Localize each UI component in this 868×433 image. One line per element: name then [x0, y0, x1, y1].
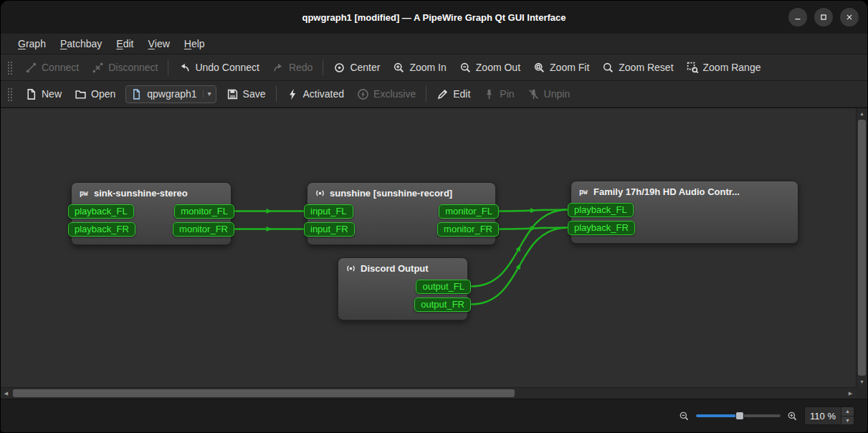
save-button[interactable]: Save	[220, 85, 272, 103]
zoom-range-button[interactable]: Zoom Range	[680, 59, 768, 77]
scroll-left-arrow-icon[interactable]: ◀	[1, 388, 11, 399]
patchbay-toolbar: NewOpenqpwgraph1▾SaveActivatedExclusiveE…	[1, 81, 867, 108]
horizontal-scrollbar-handle[interactable]	[13, 389, 515, 397]
toolbar-handle[interactable]	[7, 60, 13, 75]
port-sink-monitor_FL[interactable]: monitor_FL	[174, 204, 234, 219]
menu-patchbay[interactable]: Patchbay	[53, 34, 109, 54]
button-label: Center	[350, 62, 380, 73]
zoom-spinbox[interactable]: 110 % ▲ ▼	[804, 406, 854, 425]
button-label: Unpin	[544, 88, 571, 100]
zoom-reset-button[interactable]: Zoom Reset	[596, 59, 679, 77]
connection-wire[interactable]	[499, 210, 568, 211]
unpin-button[interactable]: Unpin	[521, 85, 577, 103]
edit-button[interactable]: Edit	[430, 85, 477, 103]
record-icon	[315, 188, 325, 199]
menu-view[interactable]: View	[140, 34, 176, 54]
button-label: Exclusive	[373, 88, 416, 100]
zoom-fit-button[interactable]: Zoom Fit	[527, 59, 596, 77]
connection-arrow-icon	[530, 208, 536, 213]
pin-button[interactable]: Pin	[477, 85, 520, 103]
node-header: pwFamily 17h/19h HD Audio Contr...	[571, 181, 798, 201]
redo-button[interactable]: Redo	[266, 59, 319, 77]
port-discord-output_FL[interactable]: output_FL	[416, 280, 471, 294]
graph-canvas-area: pwsink-sunshine-stereoplayback_FLmonitor…	[1, 108, 867, 399]
titlebar[interactable]: qpwgraph1 [modified] — A PipeWire Graph …	[1, 1, 867, 34]
toolbar-handle[interactable]	[7, 87, 13, 101]
button-label: Zoom Reset	[619, 62, 673, 73]
zoom-out-button[interactable]: Zoom Out	[453, 59, 527, 77]
button-label: Save	[243, 88, 266, 100]
menu-graph[interactable]: Graph	[11, 34, 53, 54]
port-sunshine-input_FL[interactable]: input_FL	[304, 204, 353, 219]
button-label: Open	[91, 88, 115, 100]
connection-wire[interactable]	[499, 228, 568, 229]
close-icon	[844, 12, 854, 22]
node-sink[interactable]: pwsink-sunshine-stereoplayback_FLmonitor…	[71, 182, 232, 245]
undo-connect-button[interactable]: Undo Connect	[172, 59, 266, 77]
button-label: Zoom Out	[476, 62, 520, 73]
port-sunshine-monitor_FL[interactable]: monitor_FL	[439, 204, 499, 219]
zoom-in-icon	[393, 62, 405, 74]
button-label: Activated	[303, 88, 345, 100]
zoom-spin-up-button[interactable]: ▲	[841, 407, 854, 417]
pipewire-icon: pw	[578, 186, 589, 197]
zoom-out-icon[interactable]	[679, 411, 690, 422]
node-family[interactable]: pwFamily 17h/19h HD Audio Contr...playba…	[571, 181, 798, 244]
port-sink-playback_FL[interactable]: playback_FL	[68, 204, 134, 219]
port-sink-playback_FR[interactable]: playback_FR	[68, 222, 135, 237]
port-sunshine-monitor_FR[interactable]: monitor_FR	[437, 222, 499, 237]
connection-arrow-icon	[267, 227, 272, 232]
scroll-up-arrow-icon[interactable]: ▲	[857, 108, 867, 119]
zoom-in-button[interactable]: Zoom In	[386, 59, 452, 77]
exclusive-button[interactable]: Exclusive	[350, 85, 422, 103]
zoom-slider-handle[interactable]	[735, 411, 744, 420]
port-discord-output_FR[interactable]: output_FR	[414, 298, 471, 312]
connection-arrow-icon	[515, 262, 523, 270]
minimize-button[interactable]	[788, 8, 807, 27]
toolbar-separator	[323, 60, 323, 75]
graph-canvas[interactable]: pwsink-sunshine-stereoplayback_FLmonitor…	[1, 108, 856, 387]
combo-dropdown-arrow-icon[interactable]: ▾	[203, 90, 211, 97]
zoom-value: 110 %	[805, 407, 841, 424]
activated-icon	[287, 88, 299, 100]
open-icon	[75, 88, 87, 100]
node-title: sink-sunshine-stereo	[94, 188, 188, 199]
vertical-scrollbar[interactable]: ▲ ▼	[856, 108, 867, 387]
activated-button[interactable]: Activated	[280, 85, 351, 103]
vertical-scrollbar-handle[interactable]	[858, 120, 866, 376]
horizontal-scrollbar[interactable]: ◀ ▶	[1, 387, 856, 399]
port-family-playback_FL[interactable]: playback_FL	[568, 203, 634, 217]
open-button[interactable]: Open	[68, 85, 122, 103]
new-button[interactable]: New	[19, 85, 68, 103]
patchbay-file-combo[interactable]: qpwgraph1▾	[125, 85, 216, 103]
zoom-spin-down-button[interactable]: ▼	[841, 417, 854, 425]
connect-button[interactable]: Connect	[19, 59, 85, 77]
app-window: qpwgraph1 [modified] — A PipeWire Graph …	[0, 0, 868, 433]
toolbar-separator	[426, 86, 426, 102]
button-label: New	[42, 88, 62, 100]
center-button[interactable]: Center	[327, 59, 386, 77]
toolbar-separator	[276, 86, 277, 102]
zoom-in-icon[interactable]	[787, 411, 798, 422]
scrollbar-corner	[856, 387, 867, 399]
connections-layer	[1, 108, 856, 387]
zoom-range-icon	[687, 62, 699, 74]
node-title: sunshine [sunshine-record]	[330, 188, 452, 199]
close-button[interactable]	[840, 8, 859, 27]
port-family-playback_FR[interactable]: playback_FR	[568, 221, 635, 235]
maximize-button[interactable]	[814, 8, 833, 27]
disconnect-button[interactable]: Disconnect	[85, 59, 164, 77]
menu-help[interactable]: Help	[177, 34, 212, 54]
menu-edit[interactable]: Edit	[109, 34, 140, 54]
file-icon	[130, 88, 143, 100]
node-discord[interactable]: Discord Outputoutput_FLoutput_FR	[338, 257, 468, 320]
zoom-slider[interactable]	[696, 410, 781, 422]
redo-icon	[272, 62, 285, 74]
node-sunshine[interactable]: sunshine [sunshine-record]input_FLmonito…	[307, 182, 496, 245]
scroll-right-arrow-icon[interactable]: ▶	[845, 388, 856, 399]
svg-text:pw: pw	[80, 189, 88, 197]
scroll-down-arrow-icon[interactable]: ▼	[857, 376, 867, 387]
port-sink-monitor_FR[interactable]: monitor_FR	[173, 222, 234, 237]
port-sunshine-input_FR[interactable]: input_FR	[304, 222, 355, 237]
combo-value: qpwgraph1	[147, 88, 196, 100]
